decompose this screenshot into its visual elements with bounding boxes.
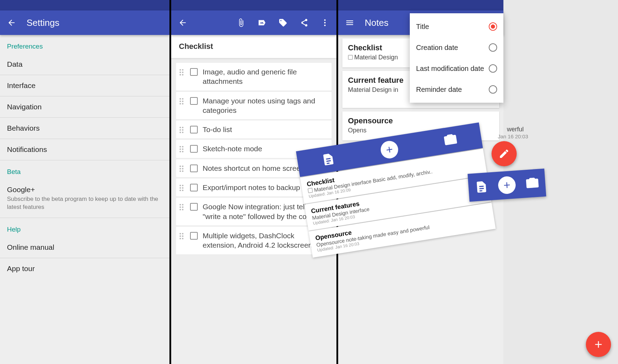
appbar-editor bbox=[171, 10, 336, 35]
setting-description: Subscribe to the beta program to keep up… bbox=[7, 195, 162, 211]
svg-point-2 bbox=[324, 24, 326, 26]
setting-label: Google+ bbox=[7, 185, 162, 194]
widget-preview-small bbox=[467, 168, 546, 202]
setting-label: Online manual bbox=[7, 243, 162, 252]
checklist-item-text[interactable]: Sketch-note mode bbox=[203, 144, 265, 153]
setting-item-data[interactable]: Data bbox=[0, 54, 169, 75]
phone-settings: Settings Preferences Data Interface Navi… bbox=[0, 0, 169, 364]
attachment-icon[interactable] bbox=[237, 18, 246, 27]
share-icon[interactable] bbox=[299, 18, 308, 27]
note-title-input[interactable]: Checklist bbox=[171, 35, 336, 58]
partial-updated: Jan 16 20:03 bbox=[498, 133, 528, 139]
page-title: Notes bbox=[365, 17, 388, 28]
checklist-item-text[interactable]: Manage your notes using tags and categor… bbox=[203, 96, 328, 115]
sort-option-reminder[interactable]: Reminder date bbox=[410, 79, 503, 100]
partial-text: werful bbox=[507, 126, 524, 133]
checklist-item-text[interactable]: Notes shortcut on home screen bbox=[203, 163, 307, 173]
radio[interactable] bbox=[489, 64, 497, 73]
statusbar bbox=[0, 0, 169, 10]
setting-item-navigation[interactable]: Navigation bbox=[0, 96, 169, 118]
back-icon[interactable] bbox=[178, 18, 187, 27]
appbar-settings: Settings bbox=[0, 10, 169, 35]
setting-label: Data bbox=[7, 60, 162, 68]
checkbox[interactable] bbox=[190, 203, 198, 211]
sort-option-creation[interactable]: Creation date bbox=[410, 37, 503, 58]
drag-handle-icon[interactable] bbox=[180, 185, 185, 191]
setting-item-notifications[interactable]: Notifications bbox=[0, 139, 169, 160]
settings-list: Preferences Data Interface Navigation Be… bbox=[0, 35, 169, 279]
setting-item-behaviors[interactable]: Behaviors bbox=[0, 118, 169, 139]
sort-option-title[interactable]: Title bbox=[410, 16, 503, 37]
tag-icon[interactable] bbox=[278, 18, 288, 27]
sort-popup: Title Creation date Last modification da… bbox=[410, 13, 503, 103]
overflow-icon[interactable] bbox=[320, 18, 329, 27]
setting-label: Notifications bbox=[7, 145, 162, 154]
setting-label: App tour bbox=[7, 264, 162, 273]
statusbar bbox=[338, 0, 503, 10]
checkbox[interactable] bbox=[190, 232, 198, 240]
note-icon[interactable] bbox=[472, 177, 490, 196]
fab-add[interactable] bbox=[586, 332, 611, 357]
sort-option-label: Last modification date bbox=[416, 65, 484, 73]
checklist-item[interactable]: Image, audio and generic file attachment… bbox=[176, 63, 332, 90]
checklist-item-text[interactable]: Image, audio and generic file attachment… bbox=[203, 67, 328, 86]
fab-edit[interactable] bbox=[492, 141, 517, 166]
camera-icon[interactable] bbox=[523, 174, 541, 192]
svg-point-1 bbox=[324, 22, 326, 23]
section-header: Beta bbox=[0, 160, 169, 179]
statusbar bbox=[171, 0, 336, 10]
radio[interactable] bbox=[489, 85, 497, 94]
checkbox[interactable] bbox=[190, 145, 198, 153]
setting-item-interface[interactable]: Interface bbox=[0, 75, 169, 96]
section-header: Preferences bbox=[0, 35, 169, 54]
section-header: Help bbox=[0, 218, 169, 237]
sort-option-label: Title bbox=[416, 23, 429, 31]
setting-label: Navigation bbox=[7, 103, 162, 111]
setting-item-online-manual[interactable]: Online manual bbox=[0, 237, 169, 258]
checkbox[interactable] bbox=[190, 165, 198, 172]
drag-handle-icon[interactable] bbox=[180, 204, 185, 210]
setting-item-app-tour[interactable]: App tour bbox=[0, 258, 169, 279]
radio[interactable] bbox=[489, 43, 497, 52]
hamburger-icon[interactable] bbox=[345, 18, 354, 27]
setting-label: Behaviors bbox=[7, 124, 162, 132]
extra-panel: werful Jan 16 20:03 bbox=[503, 0, 618, 364]
add-icon[interactable] bbox=[379, 140, 399, 160]
quickbar bbox=[467, 168, 546, 202]
checklist-item-text[interactable]: Export/import notes to backup bbox=[203, 183, 303, 192]
category-icon[interactable] bbox=[257, 18, 267, 27]
page-title: Settings bbox=[27, 17, 59, 28]
drag-handle-icon[interactable] bbox=[180, 146, 185, 152]
camera-icon[interactable] bbox=[441, 130, 460, 150]
drag-handle-icon[interactable] bbox=[180, 98, 185, 104]
checklist-item-text[interactable]: To-do list bbox=[203, 125, 235, 134]
checkbox-icon bbox=[348, 55, 353, 60]
add-icon[interactable] bbox=[497, 176, 516, 194]
setting-item-googleplus[interactable]: Google+ Subscribe to the beta program to… bbox=[0, 179, 169, 218]
note-icon[interactable] bbox=[319, 149, 339, 169]
drag-handle-icon[interactable] bbox=[180, 166, 185, 172]
drag-handle-icon[interactable] bbox=[180, 233, 185, 239]
drag-handle-icon[interactable] bbox=[180, 127, 185, 133]
checkbox[interactable] bbox=[190, 68, 198, 76]
checkbox[interactable] bbox=[190, 126, 198, 133]
radio-selected[interactable] bbox=[489, 22, 497, 31]
sort-option-label: Reminder date bbox=[416, 86, 462, 94]
checkbox[interactable] bbox=[190, 97, 198, 105]
svg-point-0 bbox=[324, 19, 326, 21]
sort-option-label: Creation date bbox=[416, 44, 458, 52]
checklist-item[interactable]: Manage your notes using tags and categor… bbox=[176, 92, 332, 119]
checklist-item[interactable]: To-do list bbox=[176, 121, 332, 138]
checkbox[interactable] bbox=[190, 184, 198, 191]
drag-handle-icon[interactable] bbox=[180, 69, 185, 75]
sort-option-modification[interactable]: Last modification date bbox=[410, 58, 503, 79]
setting-label: Interface bbox=[7, 81, 162, 90]
back-icon[interactable] bbox=[7, 18, 16, 27]
